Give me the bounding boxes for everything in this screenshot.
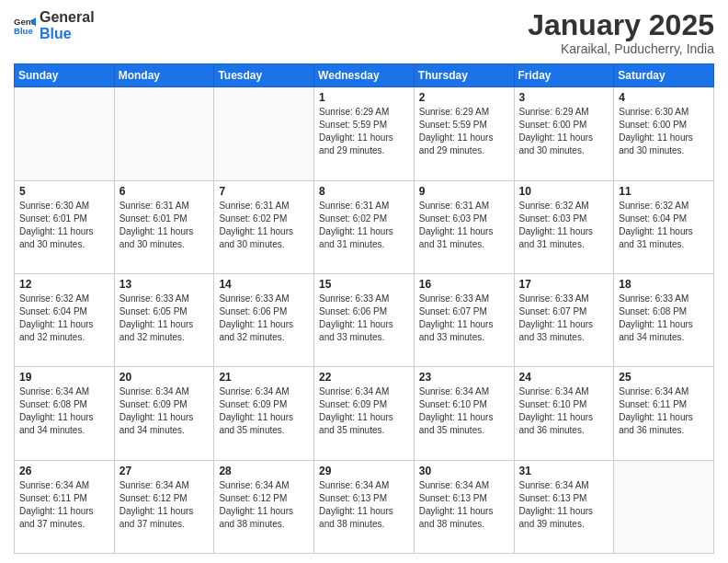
day-cell bbox=[214, 87, 314, 180]
day-cell: 28Sunrise: 6:34 AMSunset: 6:12 PMDayligh… bbox=[214, 460, 314, 553]
day-cell: 18Sunrise: 6:33 AMSunset: 6:08 PMDayligh… bbox=[614, 273, 714, 366]
day-number: 28 bbox=[219, 465, 309, 477]
day-cell: 22Sunrise: 6:34 AMSunset: 6:09 PMDayligh… bbox=[314, 367, 415, 460]
weekday-header-row: SundayMondayTuesdayWednesdayThursdayFrid… bbox=[15, 64, 714, 87]
day-info: Sunrise: 6:34 AMSunset: 6:09 PMDaylight:… bbox=[119, 385, 210, 437]
calendar-table: SundayMondayTuesdayWednesdayThursdayFrid… bbox=[14, 63, 714, 554]
weekday-header-monday: Monday bbox=[114, 64, 214, 87]
day-cell: 29Sunrise: 6:34 AMSunset: 6:13 PMDayligh… bbox=[314, 460, 415, 553]
week-row-1: 5Sunrise: 6:30 AMSunset: 6:01 PMDaylight… bbox=[15, 180, 714, 273]
day-cell bbox=[114, 87, 214, 180]
day-info: Sunrise: 6:29 AMSunset: 6:00 PMDaylight:… bbox=[519, 106, 609, 157]
weekday-header-wednesday: Wednesday bbox=[314, 64, 415, 87]
day-info: Sunrise: 6:31 AMSunset: 6:03 PMDaylight:… bbox=[419, 200, 509, 251]
day-cell: 31Sunrise: 6:34 AMSunset: 6:13 PMDayligh… bbox=[514, 460, 614, 553]
day-info: Sunrise: 6:34 AMSunset: 6:13 PMDaylight:… bbox=[419, 479, 509, 531]
month-title: January 2025 bbox=[528, 9, 714, 41]
day-cell: 14Sunrise: 6:33 AMSunset: 6:06 PMDayligh… bbox=[214, 273, 314, 366]
logo-general: General bbox=[40, 9, 95, 26]
day-cell: 16Sunrise: 6:33 AMSunset: 6:07 PMDayligh… bbox=[414, 273, 514, 366]
day-info: Sunrise: 6:33 AMSunset: 6:08 PMDaylight:… bbox=[619, 293, 709, 344]
day-cell: 3Sunrise: 6:29 AMSunset: 6:00 PMDaylight… bbox=[514, 87, 614, 180]
page: General Blue General Blue January 2025 K… bbox=[0, 0, 728, 563]
week-row-2: 12Sunrise: 6:32 AMSunset: 6:04 PMDayligh… bbox=[15, 273, 714, 366]
weekday-header-saturday: Saturday bbox=[614, 64, 714, 87]
day-info: Sunrise: 6:31 AMSunset: 6:01 PMDaylight:… bbox=[119, 200, 210, 251]
day-cell: 5Sunrise: 6:30 AMSunset: 6:01 PMDaylight… bbox=[15, 180, 115, 273]
day-number: 10 bbox=[519, 185, 609, 198]
day-cell bbox=[614, 460, 714, 553]
day-info: Sunrise: 6:34 AMSunset: 6:11 PMDaylight:… bbox=[19, 479, 109, 531]
day-info: Sunrise: 6:33 AMSunset: 6:07 PMDaylight:… bbox=[519, 293, 609, 344]
day-info: Sunrise: 6:34 AMSunset: 6:09 PMDaylight:… bbox=[219, 385, 309, 437]
day-number: 3 bbox=[519, 91, 609, 104]
day-info: Sunrise: 6:34 AMSunset: 6:12 PMDaylight:… bbox=[219, 479, 309, 531]
day-cell: 27Sunrise: 6:34 AMSunset: 6:12 PMDayligh… bbox=[114, 460, 214, 553]
day-cell: 4Sunrise: 6:30 AMSunset: 6:00 PMDaylight… bbox=[614, 87, 714, 180]
day-info: Sunrise: 6:34 AMSunset: 6:08 PMDaylight:… bbox=[19, 385, 109, 437]
day-info: Sunrise: 6:29 AMSunset: 5:59 PMDaylight:… bbox=[319, 106, 409, 157]
day-info: Sunrise: 6:32 AMSunset: 6:04 PMDaylight:… bbox=[619, 200, 709, 251]
day-cell: 30Sunrise: 6:34 AMSunset: 6:13 PMDayligh… bbox=[414, 460, 514, 553]
day-cell: 10Sunrise: 6:32 AMSunset: 6:03 PMDayligh… bbox=[514, 180, 614, 273]
day-cell: 25Sunrise: 6:34 AMSunset: 6:11 PMDayligh… bbox=[614, 367, 714, 460]
day-info: Sunrise: 6:29 AMSunset: 5:59 PMDaylight:… bbox=[419, 106, 509, 157]
day-number: 15 bbox=[319, 278, 409, 291]
day-cell: 24Sunrise: 6:34 AMSunset: 6:10 PMDayligh… bbox=[514, 367, 614, 460]
day-info: Sunrise: 6:34 AMSunset: 6:10 PMDaylight:… bbox=[519, 385, 609, 437]
day-cell: 23Sunrise: 6:34 AMSunset: 6:10 PMDayligh… bbox=[414, 367, 514, 460]
day-cell: 11Sunrise: 6:32 AMSunset: 6:04 PMDayligh… bbox=[614, 180, 714, 273]
day-info: Sunrise: 6:33 AMSunset: 6:06 PMDaylight:… bbox=[219, 293, 309, 344]
day-cell: 15Sunrise: 6:33 AMSunset: 6:06 PMDayligh… bbox=[314, 273, 415, 366]
day-number: 7 bbox=[219, 185, 309, 198]
location: Karaikal, Puducherry, India bbox=[528, 41, 714, 56]
day-number: 5 bbox=[19, 185, 109, 198]
day-number: 31 bbox=[519, 465, 609, 477]
day-number: 21 bbox=[219, 371, 309, 384]
weekday-header-thursday: Thursday bbox=[414, 64, 514, 87]
day-info: Sunrise: 6:30 AMSunset: 6:00 PMDaylight:… bbox=[619, 106, 709, 157]
day-info: Sunrise: 6:34 AMSunset: 6:13 PMDaylight:… bbox=[519, 479, 609, 531]
day-info: Sunrise: 6:31 AMSunset: 6:02 PMDaylight:… bbox=[219, 200, 309, 251]
day-cell: 19Sunrise: 6:34 AMSunset: 6:08 PMDayligh… bbox=[15, 367, 115, 460]
svg-text:Blue: Blue bbox=[14, 25, 33, 35]
day-number: 27 bbox=[119, 465, 210, 477]
day-cell: 2Sunrise: 6:29 AMSunset: 5:59 PMDaylight… bbox=[414, 87, 514, 180]
day-cell: 17Sunrise: 6:33 AMSunset: 6:07 PMDayligh… bbox=[514, 273, 614, 366]
day-number: 17 bbox=[519, 278, 609, 291]
day-number: 23 bbox=[419, 371, 509, 384]
day-info: Sunrise: 6:32 AMSunset: 6:03 PMDaylight:… bbox=[519, 200, 609, 251]
day-info: Sunrise: 6:33 AMSunset: 6:06 PMDaylight:… bbox=[319, 293, 409, 344]
day-number: 11 bbox=[619, 185, 709, 198]
day-cell bbox=[15, 87, 115, 180]
day-number: 30 bbox=[419, 465, 509, 477]
logo: General Blue General Blue bbox=[14, 9, 95, 41]
day-cell: 6Sunrise: 6:31 AMSunset: 6:01 PMDaylight… bbox=[114, 180, 214, 273]
day-cell: 8Sunrise: 6:31 AMSunset: 6:02 PMDaylight… bbox=[314, 180, 415, 273]
day-number: 16 bbox=[419, 278, 509, 291]
day-number: 29 bbox=[319, 465, 409, 477]
day-number: 6 bbox=[119, 185, 210, 198]
header: General Blue General Blue January 2025 K… bbox=[14, 9, 714, 56]
day-cell: 9Sunrise: 6:31 AMSunset: 6:03 PMDaylight… bbox=[414, 180, 514, 273]
logo-blue: Blue bbox=[40, 26, 95, 42]
day-number: 2 bbox=[419, 91, 509, 104]
day-info: Sunrise: 6:32 AMSunset: 6:04 PMDaylight:… bbox=[19, 293, 109, 344]
day-number: 18 bbox=[619, 278, 709, 291]
day-info: Sunrise: 6:33 AMSunset: 6:07 PMDaylight:… bbox=[419, 293, 509, 344]
day-number: 24 bbox=[519, 371, 609, 384]
week-row-0: 1Sunrise: 6:29 AMSunset: 5:59 PMDaylight… bbox=[15, 87, 714, 180]
day-info: Sunrise: 6:34 AMSunset: 6:12 PMDaylight:… bbox=[119, 479, 210, 531]
day-number: 25 bbox=[619, 371, 709, 384]
week-row-3: 19Sunrise: 6:34 AMSunset: 6:08 PMDayligh… bbox=[15, 367, 714, 460]
day-number: 9 bbox=[419, 185, 509, 198]
weekday-header-sunday: Sunday bbox=[15, 64, 115, 87]
day-cell: 1Sunrise: 6:29 AMSunset: 5:59 PMDaylight… bbox=[314, 87, 415, 180]
day-number: 19 bbox=[19, 371, 109, 384]
week-row-4: 26Sunrise: 6:34 AMSunset: 6:11 PMDayligh… bbox=[15, 460, 714, 553]
day-cell: 21Sunrise: 6:34 AMSunset: 6:09 PMDayligh… bbox=[214, 367, 314, 460]
day-number: 20 bbox=[119, 371, 210, 384]
day-cell: 13Sunrise: 6:33 AMSunset: 6:05 PMDayligh… bbox=[114, 273, 214, 366]
day-number: 14 bbox=[219, 278, 309, 291]
day-info: Sunrise: 6:33 AMSunset: 6:05 PMDaylight:… bbox=[119, 293, 210, 344]
